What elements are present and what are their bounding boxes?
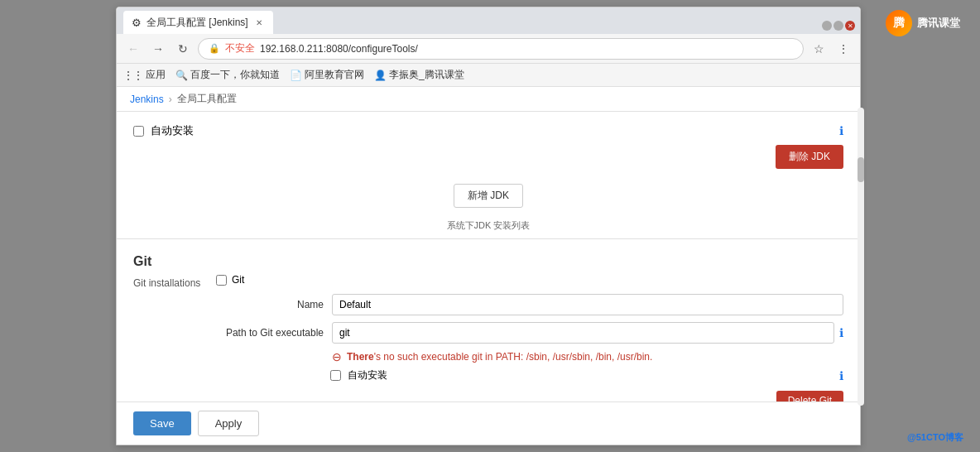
bookmark-tencent-label: 李振奥_腾讯课堂 [389,68,464,82]
git-installations-label: Git installations [133,274,216,402]
bookmark-tencent[interactable]: 👤 李振奥_腾讯课堂 [374,68,464,82]
forward-button[interactable]: → [148,39,168,59]
apply-button[interactable]: Apply [198,411,260,436]
bookmark-ali-label: 阿里教育官网 [305,68,364,82]
bookmark-button[interactable]: ☆ [809,39,829,59]
security-icon: 🔒 [209,43,220,54]
git-checkbox-row: Git [216,274,843,286]
scrollbar-track [858,108,864,406]
new-jdk-row: 新增 JDK [117,172,860,219]
bookmarks-bar: ⋮⋮ 应用 🔍 百度一下，你就知道 📄 阿里教育官网 👤 李振奥_腾讯课堂 [117,64,860,87]
git-path-help[interactable]: ℹ [839,326,843,339]
back-button[interactable]: ← [123,39,143,59]
breadcrumb: Jenkins › 全局工具配置 [117,87,860,112]
git-path-row: Path to Git executable ℹ [216,322,843,344]
delete-jdk-button[interactable]: 删除 JDK [776,145,843,169]
tab-title: 全局工具配置 [Jenkins] [147,16,248,30]
refresh-button[interactable]: ↻ [173,39,193,59]
bookmark-baidu-label: 百度一下，你就知道 [190,68,280,82]
baidu-icon: 🔍 [175,70,188,81]
git-error-row: ⊖ There's no such executable git in PATH… [332,350,843,363]
git-path-input-area: ℹ [332,322,843,344]
sys-jdk-label: 系统下JDK 安装列表 [117,219,860,232]
main-scroll-area[interactable]: 自动安装 ℹ 删除 JDK 新增 JDK 系统下JDK 安装列表 Git Git… [117,112,860,402]
error-icon: ⊖ [332,350,342,363]
git-section-title: Git [117,244,860,274]
page-content: Jenkins › 全局工具配置 自动安装 ℹ 删除 JDK 新增 JD [117,87,860,445]
new-jdk-button[interactable]: 新增 JDK [454,184,523,208]
url-text: 192.168.0.211:8080/configureTools/ [260,43,418,55]
url-bar[interactable]: 🔒 不安全 192.168.0.211:8080/configureTools/ [198,38,804,60]
git-config-area: Git Name Path to Git executable [216,274,843,402]
tab-bar: ⚙ 全局工具配置 [Jenkins] ✕ ✕ [117,7,860,34]
bookmark-ali[interactable]: 📄 阿里教育官网 [290,68,364,82]
git-auto-install-label: 自动安装 [348,368,387,382]
breadcrumb-separator: › [169,94,172,105]
bottom-buttons-area: Save Apply [117,402,860,445]
scrollbar-thumb[interactable] [858,157,864,182]
address-bar: ← → ↻ 🔒 不安全 192.168.0.211:8080/configure… [117,34,860,64]
git-auto-install-checkbox[interactable] [330,370,341,381]
jdk-auto-install-label: 自动安装 [151,123,194,138]
bookmark-baidu[interactable]: 🔍 百度一下，你就知道 [175,68,280,82]
delete-jdk-row: 删除 JDK [117,142,860,172]
tab-close-button[interactable]: ✕ [253,17,265,28]
git-name-row: Name [216,294,843,315]
bookmark-apps-label: 应用 [146,68,166,82]
delete-git-button[interactable]: Delete Git [776,391,843,402]
git-auto-install-help[interactable]: ℹ [839,369,843,382]
save-button[interactable]: Save [133,411,191,435]
delete-git-row: Delete Git [216,387,843,402]
ali-icon: 📄 [290,70,302,81]
window-close-button[interactable]: ✕ [845,21,855,31]
auto-install-row-jdk: 自动安装 ℹ [117,120,860,142]
git-name-input[interactable] [332,294,843,315]
security-label: 不安全 [225,41,255,55]
git-installations-area: Git installations Git Name [117,274,860,402]
breadcrumb-current: 全局工具配置 [177,92,237,106]
git-checkbox-label: Git [232,274,244,286]
git-name-label: Name [216,299,324,310]
bookmark-apps[interactable]: ⋮⋮ 应用 [123,68,166,82]
git-path-label: Path to Git executable [216,327,324,339]
jdk-auto-install-help[interactable]: ℹ [839,124,843,137]
git-error-text: There's no such executable git in PATH: … [347,351,652,363]
tencent-icon: 👤 [374,70,387,81]
git-auto-install-row: 自动安装 ℹ [216,368,843,382]
jdk-auto-install-checkbox[interactable] [133,126,144,137]
git-path-input[interactable] [332,322,834,344]
watermark: @51CTO博客 [907,431,963,444]
git-checkbox[interactable] [216,275,227,286]
breadcrumb-jenkins[interactable]: Jenkins [130,94,164,105]
apps-icon: ⋮⋮ [123,70,143,81]
menu-button[interactable]: ⋮ [833,39,853,59]
active-tab[interactable]: ⚙ 全局工具配置 [Jenkins] ✕ [123,11,273,34]
